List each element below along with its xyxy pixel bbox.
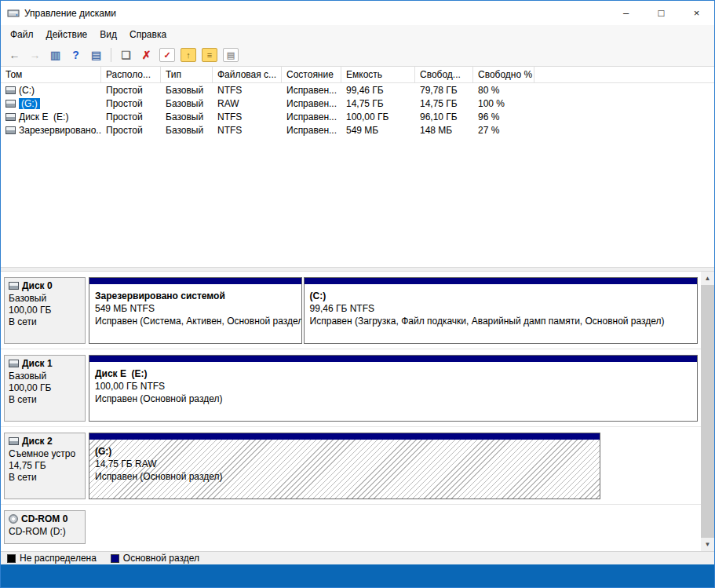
volume-cell: Простой — [101, 125, 161, 136]
volume-list-rows: (C:)ПростойБазовыйNTFSИсправен...99,46 Г… — [1, 83, 714, 137]
disk-info-line: Съемное устро — [9, 448, 81, 460]
toolbar-separator — [111, 48, 111, 62]
column-header-5[interactable]: Емкость — [341, 67, 415, 82]
volume-cell: NTFS — [213, 85, 282, 96]
folder-up-icon[interactable]: ↑ — [181, 48, 196, 62]
partition[interactable]: (G:)14,75 ГБ RAWИсправен (Основной разде… — [89, 433, 600, 499]
check-disk-icon[interactable]: ✓ — [159, 48, 175, 62]
volume-cell: 99,46 ГБ — [341, 85, 415, 96]
minimize-button[interactable]: – — [608, 1, 644, 25]
column-header-3[interactable]: Файловая с... — [213, 67, 282, 82]
volume-icon — [5, 100, 16, 108]
hard-disk-icon — [9, 282, 19, 290]
volume-cell: Простой — [101, 111, 161, 122]
partition-type-bar — [89, 356, 697, 362]
volume-cell: Базовый — [161, 111, 213, 122]
partition-area: Зарезервировано системой549 МБ NTFSИспра… — [89, 277, 698, 344]
volume-cell: 79,78 ГБ — [415, 85, 473, 96]
volume-cell: Базовый — [161, 85, 213, 96]
partition-size: 549 МБ NTFS — [95, 302, 296, 315]
partition-area — [89, 510, 698, 544]
cdrom-icon — [9, 514, 18, 524]
maximize-button[interactable]: □ — [644, 1, 679, 25]
partition-body: (G:)14,75 ГБ RAWИсправен (Основной разде… — [89, 440, 600, 499]
disk-info-line: В сети — [9, 394, 81, 406]
partition-size: 14,75 ГБ RAW — [95, 458, 594, 470]
menu-bar: ФайлДействиеВидСправка — [1, 25, 714, 44]
volume-icon — [5, 113, 16, 121]
back-icon[interactable]: ← — [5, 46, 24, 64]
legend-swatch — [7, 554, 16, 563]
disk-row: Диск 0Базовый100,00 ГБВ сетиЗарезервиров… — [1, 272, 701, 349]
column-header-1[interactable]: Располо... — [101, 67, 161, 82]
partition-title: (G:) — [95, 445, 594, 458]
disk-info-box[interactable]: Диск 2Съемное устро14,75 ГБВ сети — [4, 433, 86, 499]
partition[interactable]: Зарезервировано системой549 МБ NTFSИспра… — [89, 277, 302, 344]
partition-title: (C:) — [310, 290, 691, 302]
disk-rows: Диск 0Базовый100,00 ГБВ сетиЗарезервиров… — [1, 272, 701, 551]
properties-icon[interactable]: ❏ — [117, 46, 135, 64]
volume-cell: 80 % — [473, 85, 534, 96]
disk-name-text: Диск 1 — [22, 358, 53, 369]
menu-item-file[interactable]: Файл — [4, 26, 40, 43]
scrollbar-thumb[interactable] — [701, 285, 714, 538]
document-icon[interactable]: ▤ — [223, 48, 239, 62]
legend-label: Не распределена — [20, 553, 97, 564]
volume-cell: 100,00 ГБ — [341, 111, 415, 122]
column-header-7[interactable]: Свободно % — [473, 67, 534, 82]
volume-name-cell: (G:) — [1, 98, 101, 109]
volume-row[interactable]: (G:)ПростойБазовыйRAWИсправен...14,75 ГБ… — [1, 97, 714, 110]
column-header-fill — [534, 67, 714, 82]
partition[interactable]: Диск E (E:)100,00 ГБ NTFSИсправен (Основ… — [89, 355, 698, 422]
menu-item-action[interactable]: Действие — [40, 26, 94, 43]
vertical-scrollbar[interactable]: ▲ ▼ — [701, 272, 714, 551]
volume-icon — [5, 86, 16, 94]
volume-label: (C:) — [19, 85, 35, 96]
help-icon[interactable]: ? — [67, 46, 85, 64]
close-button[interactable]: × — [679, 1, 714, 25]
partition-body: (C:)99,46 ГБ NTFSИсправен (Загрузка, Фай… — [305, 284, 697, 343]
partition-area: (G:)14,75 ГБ RAWИсправен (Основной разде… — [89, 433, 698, 499]
folder-tools-icon[interactable]: ≡ — [202, 48, 217, 62]
volume-cell: Базовый — [161, 125, 213, 136]
partition-body: Зарезервировано системой549 МБ NTFSИспра… — [89, 284, 301, 343]
delete-volume-icon[interactable]: ✗ — [137, 46, 155, 64]
volume-list: ТомРасполо...ТипФайловая с...СостояниеЕм… — [1, 67, 714, 267]
disk-info-box[interactable]: Диск 0Базовый100,00 ГБВ сети — [4, 277, 86, 344]
column-header-6[interactable]: Свобод... — [415, 67, 473, 82]
volume-cell: RAW — [213, 98, 282, 109]
legend-swatch — [111, 554, 119, 563]
partition-size: 100,00 ГБ NTFS — [95, 380, 691, 393]
disk-info-line: В сети — [9, 472, 81, 484]
volume-row[interactable]: Зарезервировано...ПростойБазовыйNTFSИспр… — [1, 123, 714, 137]
disk-name: Диск 0 — [9, 280, 81, 291]
bottom-strip — [1, 564, 714, 587]
volume-cell: 96 % — [473, 111, 534, 122]
menu-item-help[interactable]: Справка — [123, 26, 173, 43]
disk-info-line: Базовый — [9, 293, 81, 305]
volume-row[interactable]: (C:)ПростойБазовыйNTFSИсправен...99,46 Г… — [1, 83, 714, 97]
disk-info-box[interactable]: CD-ROM 0CD-ROM (D:) — [4, 510, 86, 544]
disk-info-line: CD-ROM (D:) — [9, 526, 81, 538]
partition[interactable]: (C:)99,46 ГБ NTFSИсправен (Загрузка, Фай… — [304, 277, 698, 344]
disk-info-box[interactable]: Диск 1Базовый100,00 ГБВ сети — [4, 355, 86, 422]
volume-row[interactable]: Диск E (E:)ПростойБазовыйNTFSИсправен...… — [1, 110, 714, 123]
disk-row: Диск 1Базовый100,00 ГБВ сетиДиск E (E:)1… — [1, 349, 701, 427]
scroll-down-icon[interactable]: ▼ — [701, 538, 714, 551]
disk-info-line: 100,00 ГБ — [9, 305, 81, 316]
disk-name: CD-ROM 0 — [9, 513, 81, 524]
console-tree-icon[interactable]: ▥ — [46, 46, 64, 64]
partition-type-bar — [89, 278, 301, 284]
column-header-0[interactable]: Том — [1, 67, 101, 82]
volume-cell: 148 МБ — [415, 125, 473, 136]
column-header-2[interactable]: Тип — [161, 67, 213, 82]
scroll-up-icon[interactable]: ▲ — [701, 272, 714, 285]
forward-icon[interactable]: → — [26, 46, 44, 64]
menu-item-view[interactable]: Вид — [93, 26, 123, 43]
export-list-icon[interactable]: ▤ — [87, 46, 105, 64]
partition-area: Диск E (E:)100,00 ГБ NTFSИсправен (Основ… — [89, 355, 698, 422]
volume-cell: 14,75 ГБ — [341, 98, 415, 109]
volume-cell: Исправен... — [282, 111, 341, 122]
volume-icon — [5, 126, 16, 134]
column-header-4[interactable]: Состояние — [282, 67, 341, 82]
